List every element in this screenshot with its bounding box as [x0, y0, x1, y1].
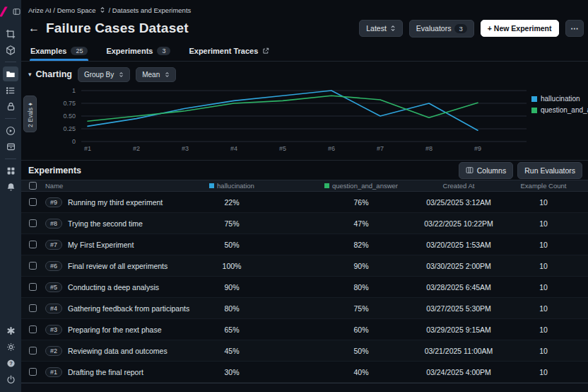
external-link-icon — [262, 47, 269, 54]
row-checkbox[interactable] — [29, 304, 37, 312]
apps-grid-icon[interactable] — [3, 163, 18, 178]
line-chart-canvas[interactable]: 10.750.500.250#1#2#3#4#5#6#7#8#9 — [21, 83, 588, 154]
table-row[interactable]: #1 Drafting the final report 30% 40% 03/… — [21, 362, 588, 383]
legend-swatch — [531, 108, 537, 113]
copilot-flower-icon[interactable] — [3, 323, 18, 338]
evals-expander[interactable]: ◂▸ 2 Evals — [23, 96, 37, 132]
back-arrow-icon[interactable]: ← — [28, 23, 40, 34]
row-checkbox[interactable] — [29, 219, 37, 227]
row-checkbox[interactable] — [29, 198, 37, 206]
experiment-name: Final review of all experiments — [68, 262, 167, 270]
arize-logo-icon[interactable] — [0, 4, 11, 19]
tab-examples[interactable]: Examples 25 — [30, 41, 88, 61]
created-at: 03/30/2025 2:00PM — [414, 262, 503, 270]
table-row[interactable]: #7 My First Experiment 50% 82% 03/20/202… — [21, 234, 588, 255]
breadcrumb: Arize AI / Demo Space / Datasets and Exp… — [21, 0, 588, 18]
run-evaluators-button[interactable]: Run Evaluators — [517, 162, 582, 179]
power-icon[interactable] — [3, 372, 18, 387]
row-checkbox[interactable] — [29, 347, 37, 354]
columns-button[interactable]: Columns — [459, 162, 513, 179]
datasets-folder-icon[interactable] — [3, 67, 18, 81]
tab-experiment-traces[interactable]: Experiment Traces — [188, 41, 270, 61]
legend-label: question_and_answer — [541, 106, 588, 114]
experiment-name: Reviewing data and outcomes — [68, 347, 167, 355]
table-row[interactable]: #5 Conducting a deep analysis 90% 80% 03… — [21, 277, 588, 298]
column-header-hallucination[interactable]: hallucination — [198, 182, 266, 190]
table-header-row: Name hallucination question_and_answer C… — [21, 180, 588, 192]
example-count: 10 — [503, 347, 584, 355]
experiment-name: Running my third experiment — [68, 198, 163, 207]
table-row[interactable]: #4 Gathering feedback from participants … — [21, 298, 588, 319]
chart-legend: hallucinationquestion_and_answer — [531, 95, 588, 114]
row-checkbox[interactable] — [29, 262, 37, 270]
legend-item-question_and_answer[interactable]: question_and_answer — [531, 106, 588, 114]
archive-icon[interactable] — [3, 139, 18, 154]
created-at: 03/20/2025 1:53AM — [414, 241, 503, 249]
svg-text:1: 1 — [72, 87, 76, 94]
evaluators-button[interactable]: Evaluators 3 — [409, 20, 474, 38]
svg-text:0.75: 0.75 — [63, 100, 76, 107]
breadcrumb-section[interactable]: / Datasets and Experiments — [109, 6, 192, 14]
experiment-number-badge: #7 — [45, 240, 62, 250]
example-count: 10 — [503, 368, 584, 376]
evals-chart[interactable]: 10.750.500.250#1#2#3#4#5#6#7#8#9 ◂▸ 2 Ev… — [21, 83, 588, 160]
table-row[interactable]: #6 Final review of all experiments 100% … — [21, 255, 588, 277]
legend-swatch — [531, 96, 537, 102]
panel-toggle-icon[interactable] — [12, 4, 21, 19]
svg-text:#7: #7 — [377, 145, 384, 152]
play-circle-icon[interactable] — [3, 123, 18, 138]
example-count: 10 — [503, 241, 584, 249]
more-menu-button[interactable]: ⋯ — [565, 20, 584, 37]
trace-icon[interactable] — [3, 26, 18, 41]
example-count: 10 — [503, 198, 584, 207]
experiment-name: Conducting a deep analysis — [68, 283, 159, 292]
hallucination-score: 30% — [198, 368, 266, 376]
help-icon[interactable]: ? — [3, 356, 18, 371]
question-and-answer-score: 60% — [308, 325, 414, 334]
new-experiment-button[interactable]: + New Experiment — [481, 20, 559, 37]
tab-experiments[interactable]: Experiments 3 — [105, 41, 171, 61]
question-and-answer-score: 50% — [308, 347, 414, 355]
bell-icon[interactable] — [3, 180, 18, 195]
svg-text:0.50: 0.50 — [63, 113, 76, 120]
column-header-question-and-answer[interactable]: question_and_answer — [308, 182, 414, 190]
latest-dropdown[interactable]: Latest — [359, 20, 403, 37]
collapse-caret-icon[interactable]: ▾ — [28, 71, 32, 78]
table-row[interactable]: #9 Running my third experiment 22% 76% 0… — [21, 192, 588, 213]
row-checkbox[interactable] — [29, 241, 37, 248]
column-header-name[interactable]: Name — [45, 182, 198, 190]
evals-count-label: 2 Evals — [27, 108, 34, 127]
svg-text:0: 0 — [72, 138, 76, 145]
example-count: 10 — [503, 262, 584, 270]
table-row[interactable]: #3 Preparing for the next phase 65% 60% … — [21, 319, 588, 340]
row-checkbox[interactable] — [29, 325, 37, 333]
lock-icon[interactable] — [3, 99, 18, 114]
legend-item-hallucination[interactable]: hallucination — [531, 95, 588, 103]
table-row[interactable]: #8 Trying the second time 75% 47% 03/22/… — [21, 213, 588, 234]
experiment-name: Drafting the final report — [68, 368, 143, 376]
legend-label: hallucination — [541, 95, 580, 103]
experiment-number-badge: #5 — [45, 282, 62, 292]
column-header-created-at[interactable]: Created At — [414, 182, 503, 190]
package-icon[interactable] — [3, 42, 18, 57]
created-at: 03/21/2025 11:00AM — [414, 347, 503, 355]
group-by-dropdown[interactable]: Group By — [78, 67, 130, 82]
row-checkbox[interactable] — [29, 368, 37, 376]
experiment-name: Trying the second time — [68, 219, 143, 228]
footer-strip — [21, 383, 588, 392]
select-all-checkbox[interactable] — [29, 182, 37, 190]
space-selector-icon[interactable] — [100, 6, 105, 13]
svg-text:0.25: 0.25 — [63, 125, 76, 132]
row-checkbox[interactable] — [29, 283, 37, 291]
charting-section-title[interactable]: ▾ Charting — [28, 69, 72, 79]
list-icon[interactable] — [3, 83, 18, 98]
svg-text:#8: #8 — [425, 145, 433, 152]
experiment-number-badge: #1 — [45, 367, 62, 377]
column-header-example-count[interactable]: Example Count — [503, 182, 584, 190]
breadcrumb-space[interactable]: Arize AI / Demo Space — [28, 6, 96, 14]
hallucination-score: 22% — [198, 198, 266, 207]
app-window: ? Arize AI / Demo Space / Datasets and E… — [0, 0, 588, 392]
table-row[interactable]: #2 Reviewing data and outcomes 45% 50% 0… — [21, 340, 588, 362]
settings-gear-icon[interactable] — [3, 340, 18, 354]
aggregation-dropdown[interactable]: Mean — [136, 67, 176, 82]
